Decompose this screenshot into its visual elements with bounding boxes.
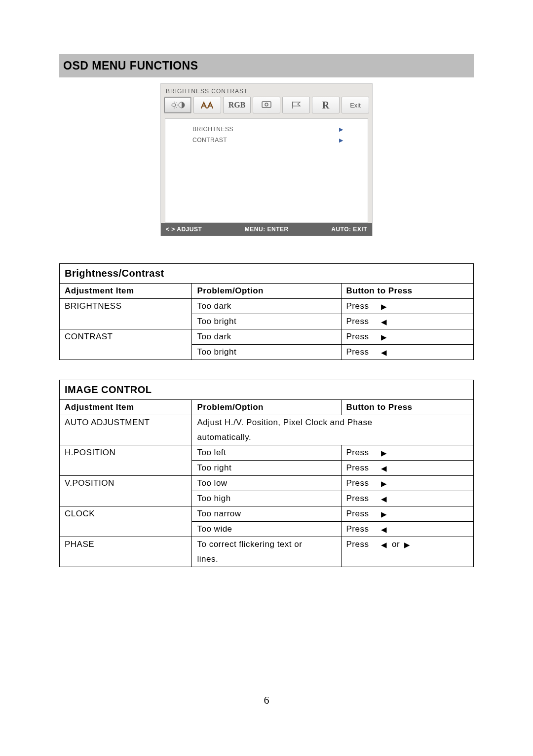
table2-item xyxy=(60,491,192,506)
table1-press: Press ◀ xyxy=(341,345,474,360)
osd-tab-exit: Exit xyxy=(342,97,369,113)
triangle-left-icon: ◀ xyxy=(379,526,389,533)
table1-item: BRIGHTNESS xyxy=(60,299,192,314)
osd-row-label: CONTRAST xyxy=(192,137,339,144)
table2-hdr-button: Button to Press xyxy=(341,400,474,415)
table1-item xyxy=(60,345,192,360)
triangle-left-icon: ◀ xyxy=(379,318,389,325)
table2-option: Too wide xyxy=(192,522,341,537)
table2-auto-desc: Adjust H./V. Position, Pixel Clock and P… xyxy=(192,415,474,431)
svg-rect-10 xyxy=(262,102,271,108)
chevron-left-icon: < xyxy=(166,226,170,233)
table2-title: IMAGE CONTROL xyxy=(60,380,474,400)
image-control-table: IMAGE CONTROL Adjustment Item Problem/Op… xyxy=(59,380,474,567)
page-title: OSD MENU FUNCTIONS xyxy=(59,54,474,77)
osd-tab-language xyxy=(282,97,310,113)
triangle-right-icon: ▶ xyxy=(402,541,413,548)
table2-hdr-item: Adjustment Item xyxy=(60,400,192,415)
osd-footer-menu: MENU: ENTER xyxy=(207,223,326,236)
osd-tab-rgb: RGB xyxy=(223,97,251,113)
triangle-right-icon: ▶ xyxy=(379,333,389,341)
table2-phase-item: PHASE xyxy=(60,537,192,552)
page-number: 6 xyxy=(0,694,533,707)
svg-line-7 xyxy=(172,107,173,108)
svg-line-5 xyxy=(172,103,173,104)
table2-option: Too right xyxy=(192,461,341,476)
table2-phase-option2: lines. xyxy=(192,552,341,567)
osd-footer-adjust: < > ADJUST xyxy=(161,223,207,236)
table2-press: Press ▶ xyxy=(341,445,474,461)
image-adjust-icon xyxy=(200,101,214,109)
table1-hdr-button: Button to Press xyxy=(341,284,474,299)
table1-option: Too bright xyxy=(192,314,341,329)
osd-footer-auto: AUTO: EXIT xyxy=(326,223,372,236)
osd-tab-image xyxy=(193,97,221,113)
triangle-left-icon: ◀ xyxy=(379,465,389,472)
triangle-right-icon: ▶ xyxy=(379,303,389,310)
table2-auto-item-empty xyxy=(60,430,192,445)
flag-icon xyxy=(290,101,302,109)
triangle-right-icon: ▶ xyxy=(379,449,389,457)
table2-option: Too narrow xyxy=(192,506,341,522)
table2-option: Too low xyxy=(192,476,341,491)
exit-label: Exit xyxy=(350,102,361,109)
table1-item xyxy=(60,314,192,329)
table1-item: CONTRAST xyxy=(60,329,192,345)
monitor-icon xyxy=(261,101,272,109)
osd-tab-reset: R xyxy=(312,97,340,113)
triangle-right-icon: ▶ xyxy=(379,480,389,487)
triangle-left-icon: ◀ xyxy=(379,541,389,548)
table2-press: Press ▶ xyxy=(341,506,474,522)
table2-phase-press: Press ◀ or ▶ xyxy=(341,537,474,552)
table2-auto-item: AUTO ADJUSTMENT xyxy=(60,415,192,431)
osd-screenshot: BRIGHTNESS CONTRAST xyxy=(59,83,474,236)
osd-top-label: BRIGHTNESS CONTRAST xyxy=(161,84,372,97)
triangle-right-icon: ▶ xyxy=(339,137,358,144)
table2-item: H.POSITION xyxy=(60,445,192,461)
osd-footer: < > ADJUST MENU: ENTER AUTO: EXIT xyxy=(161,223,372,236)
table2-hdr-option: Problem/Option xyxy=(192,400,341,415)
table2-phase-option: To correct flickering text or xyxy=(192,537,341,552)
osd-tab-osd xyxy=(253,97,280,113)
table2-option: Too high xyxy=(192,491,341,506)
brightness-contrast-table: Brightness/Contrast Adjustment Item Prob… xyxy=(59,263,474,360)
svg-line-8 xyxy=(176,103,177,104)
table2-press: Press ◀ xyxy=(341,491,474,506)
triangle-left-icon: ◀ xyxy=(379,349,389,356)
table1-title: Brightness/Contrast xyxy=(60,264,474,284)
table2-press: Press ◀ xyxy=(341,461,474,476)
chevron-right-icon: > xyxy=(171,226,175,233)
triangle-left-icon: ◀ xyxy=(379,495,389,503)
osd-tab-brightness xyxy=(164,97,191,113)
table1-hdr-option: Problem/Option xyxy=(192,284,341,299)
osd-row-label: BRIGHTNESS xyxy=(192,126,339,133)
table2-item: CLOCK xyxy=(60,506,192,522)
table2-item xyxy=(60,461,192,476)
table1-hdr-item: Adjustment Item xyxy=(60,284,192,299)
table2-item xyxy=(60,522,192,537)
table2-option: Too left xyxy=(192,445,341,461)
reset-label: R xyxy=(322,100,329,111)
triangle-right-icon: ▶ xyxy=(339,126,358,133)
table1-option: Too dark xyxy=(192,299,341,314)
triangle-right-icon: ▶ xyxy=(379,510,389,518)
table2-phase-press-empty xyxy=(341,552,474,567)
osd-body: BRIGHTNESS ▶ CONTRAST ▶ xyxy=(165,118,368,223)
table2-press: Press ◀ xyxy=(341,522,474,537)
osd-row-brightness: BRIGHTNESS ▶ xyxy=(165,124,368,135)
osd-row-contrast: CONTRAST ▶ xyxy=(165,135,368,145)
svg-point-11 xyxy=(265,103,268,106)
table2-auto-desc2: automatically. xyxy=(192,430,474,445)
table2-phase-item-empty xyxy=(60,552,192,567)
rgb-label: RGB xyxy=(228,101,246,109)
table2-item: V.POSITION xyxy=(60,476,192,491)
table1-press: Press ▶ xyxy=(341,299,474,314)
table1-press: Press ▶ xyxy=(341,329,474,345)
table2-press: Press ▶ xyxy=(341,476,474,491)
svg-line-6 xyxy=(176,107,177,108)
svg-point-0 xyxy=(173,104,176,107)
sun-contrast-icon xyxy=(170,100,185,110)
table1-option: Too bright xyxy=(192,345,341,360)
table1-press: Press ◀ xyxy=(341,314,474,329)
table1-option: Too dark xyxy=(192,329,341,345)
